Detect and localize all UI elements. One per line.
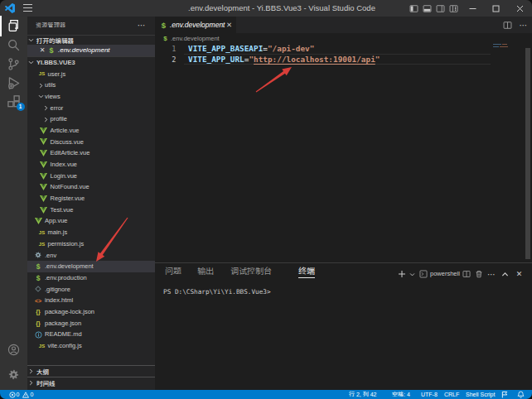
status-cursor-position[interactable]: 行 2, 列 42 [349,390,376,399]
minimap[interactable] [493,42,520,67]
menu-hamburger-icon[interactable] [23,4,32,12]
env-icon: $ [33,261,44,272]
code-line-1[interactable]: 1VITE_APP_BASEAPI="/api-dev" [155,44,532,54]
error-icon[interactable] [9,392,16,398]
editor-scrollbar[interactable] [525,48,530,259]
window-close-button[interactable] [508,0,531,17]
json-icon: {} [33,306,44,318]
customize-layout-icon[interactable] [449,4,458,13]
window-maximize-button[interactable] [484,0,507,17]
kill-terminal-icon[interactable] [473,267,484,281]
status-warnings-count[interactable]: 0 [31,390,34,399]
status-errors-count[interactable]: 0 [17,390,20,399]
open-editors-section-header[interactable]: 打开的编辑器 [27,35,155,45]
tree-item-package.json[interactable]: {}package.json [27,318,155,329]
tree-item-label: user.js [48,69,66,80]
feedback-icon[interactable] [501,391,508,397]
env-file-icon: $ [162,33,169,44]
tree-item-app.vue[interactable]: App.vue [27,215,155,227]
js-icon: JS [36,69,47,80]
status-language-mode[interactable]: Shell Script [466,390,495,399]
search-icon [7,38,21,52]
tree-item-.gitignore[interactable]: .gitignore [27,284,155,296]
warning-icon[interactable] [22,392,29,398]
breadcrumb[interactable]: $ .env.development [155,33,532,44]
editor-area: $ .env.development ✕ ⋯ $ .env.developmen… [155,17,532,390]
close-panel-icon[interactable]: ✕ [514,267,525,281]
panel-more-actions-icon[interactable]: ⋯ [486,267,497,281]
vue-icon [38,181,49,193]
tree-item-views[interactable]: views [27,91,155,103]
tree-item-label: EditArticle.vue [51,147,90,159]
bell-icon[interactable] [517,391,524,397]
tree-item-login.vue[interactable]: Login.vue [27,171,155,182]
panel-tab-debug-console[interactable]: 调试控制台 [230,265,272,278]
toggle-panel-icon[interactable] [423,4,432,13]
tree-item-label: vite.config.js [48,340,82,352]
tree-item-editarticle.vue[interactable]: EditArticle.vue [27,147,155,159]
tree-item-error[interactable]: error [27,103,155,114]
tree-item-register.vue[interactable]: Register.vue [27,193,155,204]
toggle-secondary-sidebar-icon[interactable] [436,4,445,13]
terminal-dropdown-icon[interactable] [408,267,416,281]
tree-item-utils[interactable]: utils [27,79,155,91]
status-eol[interactable]: CRLF [444,390,459,399]
activity-bar-extensions[interactable]: 1 [0,93,27,112]
status-bar: 00行 2, 列 42空格: 4UTF-8CRLFShell Script [0,390,532,399]
outline-section-header[interactable]: 大纲 [27,365,155,377]
panel-tab-problems[interactable]: 问题 [165,265,181,278]
activity-bar-settings[interactable] [0,365,27,384]
activity-bar-source-control[interactable] [0,55,27,74]
explorer-sidebar: 资源管理器 ⋯ 打开的编辑器 ✕ $ .env.development YI.B… [27,17,155,390]
tree-item-label: App.vue [45,215,68,227]
tree-item-profile[interactable]: profile [27,113,155,125]
tree-item-.env.production[interactable]: $.env.production [27,272,155,284]
line-number: 2 [155,55,177,65]
panel-tab-terminal[interactable]: 终端 [298,265,315,278]
tree-item-.env[interactable]: .env [27,250,155,262]
split-terminal-icon[interactable] [461,267,472,281]
tree-item-discuss.vue[interactable]: Discuss.vue [27,137,155,148]
project-section-header[interactable]: YI.BBS.VUE3 [27,56,155,68]
git-icon [33,284,44,296]
tree-item-user.js[interactable]: JSuser.js [27,69,155,80]
status-encoding[interactable]: UTF-8 [421,390,438,399]
tree-item-permission.js[interactable]: JSpermission.js [27,238,155,250]
activity-bar-search[interactable] [0,36,27,55]
source-control-icon [7,57,21,71]
code-text: VITE_APP_BASEAPI="/api-dev" [188,44,314,54]
tree-item-label: README.md [45,329,82,340]
minimap-line [500,46,509,48]
split-editor-icon[interactable] [503,21,512,30]
tab-env-development[interactable]: $ .env.development ✕ [155,17,236,33]
panel-tab-output[interactable]: 输出 [197,265,214,278]
tree-item-.env.development[interactable]: $.env.development [27,261,155,272]
tree-item-readme.md[interactable]: README.md [27,329,155,340]
tree-item-package-lock.json[interactable]: {}package-lock.json [27,306,155,318]
terminal-prompt[interactable]: PS D:\CSharp\Yi\Yi.BBS.Vue3> [163,288,271,296]
tab-label: .env.development [170,17,225,33]
activity-bar-explorer[interactable] [0,17,27,36]
activity-bar-run-debug[interactable] [0,74,27,93]
activity-bar-account[interactable] [0,340,27,359]
open-editor-item[interactable]: ✕ $ .env.development [27,45,155,56]
tree-item-main.js[interactable]: JSmain.js [27,227,155,238]
status-indentation[interactable]: 空格: 4 [392,390,410,399]
shell-label[interactable]: powershell [430,267,460,281]
window-minimize-button[interactable] [461,0,484,17]
new-terminal-icon[interactable] [396,267,408,281]
tree-item-test.vue[interactable]: Test.vue [27,204,155,216]
maximize-panel-icon[interactable] [500,267,510,281]
editor-more-actions-icon[interactable]: ⋯ [519,21,528,30]
editor-tab-bar: $ .env.development ✕ ⋯ [155,17,532,33]
tree-item-index.html[interactable]: <>index.html [27,295,155,306]
tree-item-article.vue[interactable]: Article.vue [27,125,155,137]
tree-item-index.vue[interactable]: Index.vue [27,159,155,171]
tree-item-notfound.vue[interactable]: NotFound.vue [27,181,155,193]
code-line-2[interactable]: 2VITE_APP_URL="http://localhost:19001/ap… [155,55,532,65]
timeline-section-header[interactable]: 时间线 [27,377,155,388]
tab-close-icon[interactable]: ✕ [225,17,234,33]
tree-item-vite.config.js[interactable]: JSvite.config.js [27,340,155,352]
more-actions-icon[interactable]: ⋯ [136,19,148,32]
toggle-sidebar-icon[interactable] [409,4,418,13]
